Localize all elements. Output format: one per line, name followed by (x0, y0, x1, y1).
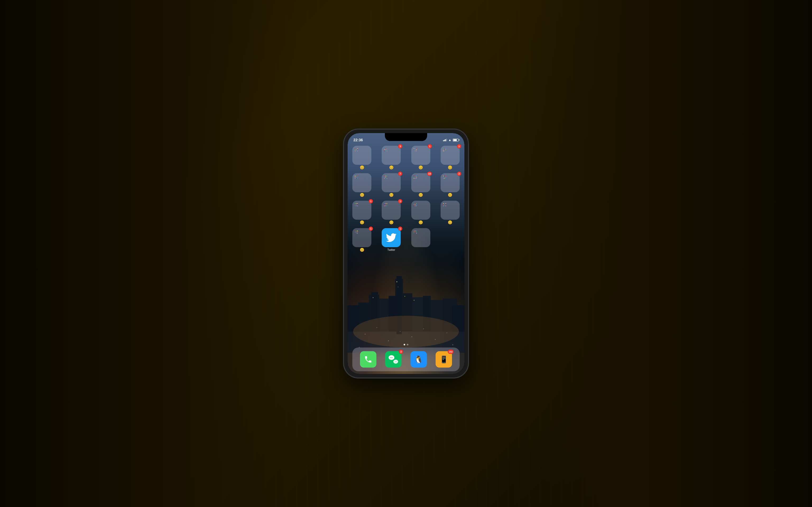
badge-2-4: 2 (457, 172, 461, 176)
folder-3-4[interactable]: 😊 (441, 201, 460, 220)
battery-icon (453, 138, 459, 142)
page-dot-2[interactable] (407, 344, 408, 345)
page-dots (348, 344, 464, 345)
status-time: 22:36 (353, 138, 363, 142)
screen: 22:36 ▲ (348, 133, 464, 374)
dock-phone-app[interactable] (360, 351, 376, 368)
badge-2-3: 19 (427, 172, 432, 176)
dock: 2 🐧 📱 252 (352, 347, 460, 371)
folder-3-2[interactable]: 1 😊 (382, 201, 401, 220)
notch (385, 133, 427, 141)
folder-1-1[interactable]: 😊 (352, 146, 371, 165)
badge-1-2: 3 (398, 144, 402, 149)
folder-1-2[interactable]: 3 😊 (382, 146, 401, 165)
folder-1-4[interactable]: 1 😊 (441, 146, 460, 165)
svg-rect-7 (403, 293, 412, 332)
svg-rect-18 (404, 296, 405, 297)
status-icons: ▲ (443, 138, 459, 142)
badge-1-3: 1 (428, 144, 432, 149)
svg-rect-9 (423, 296, 431, 332)
twitter-app[interactable]: 1 (382, 228, 401, 247)
svg-rect-6 (389, 296, 397, 332)
folder-1-2-emoji: 😊 (389, 165, 394, 170)
badge-3-2: 1 (398, 199, 402, 203)
wechat-badge: 2 (399, 350, 403, 354)
signal-icon (443, 138, 447, 141)
svg-rect-5 (379, 299, 389, 332)
app-grid: 😊 3 😊 (352, 146, 460, 256)
svg-rect-15 (397, 281, 397, 282)
folder-1-4-emoji: 😊 (448, 165, 452, 170)
dock-weibo-app[interactable]: 📱 252 (436, 351, 452, 368)
folder-2-1-emoji: 😊 (360, 193, 364, 197)
svg-rect-10 (431, 300, 444, 332)
scene: 22:36 ▲ (0, 0, 812, 507)
page-dot-1[interactable] (404, 344, 405, 345)
phone-inner: 22:36 ▲ (348, 133, 464, 374)
svg-point-20 (353, 316, 459, 347)
folder-3-3[interactable]: 😊 (411, 201, 430, 220)
badge-1-4: 1 (457, 144, 461, 149)
badge-4-1: 1 (369, 227, 373, 231)
folder-1-1-emoji: 😊 (360, 165, 364, 170)
svg-rect-11 (358, 302, 370, 332)
folder-4-1-emoji: 😊 (360, 248, 364, 252)
svg-rect-3 (369, 295, 379, 332)
app-row-3: 1 😊 1 (352, 201, 460, 220)
svg-rect-4 (371, 292, 378, 332)
folder-1-3[interactable]: 1 😊 (411, 146, 430, 165)
svg-rect-0 (348, 316, 464, 353)
folder-3-1[interactable]: 1 😊 (352, 201, 371, 220)
svg-rect-17 (373, 297, 373, 298)
badge-2-2: 7 (398, 172, 402, 176)
folder-3-2-emoji: 😊 (389, 220, 394, 224)
svg-rect-2 (397, 276, 402, 334)
twitter-icon-wrap[interactable]: 1 Twitter (382, 228, 401, 247)
phone-body: 22:36 ▲ (344, 129, 468, 378)
folder-1-3-emoji: 😊 (418, 165, 423, 170)
dock-qq-app[interactable]: 🐧 (410, 351, 427, 368)
svg-rect-12 (443, 299, 457, 332)
phone-icon (364, 355, 372, 363)
app-row-4: 1 😊 1 Twitter (352, 228, 460, 247)
folder-4-1[interactable]: 1 😊 (352, 228, 371, 247)
wechat-icon (389, 355, 398, 363)
signal-bar-4 (446, 138, 447, 141)
folder-2-1[interactable]: 😊 (352, 173, 371, 192)
svg-rect-1 (395, 279, 403, 332)
qq-icon: 🐧 (414, 355, 423, 364)
folder-2-4-emoji: 😊 (448, 193, 452, 197)
badge-3-1: 1 (369, 199, 373, 203)
folder-2-3[interactable]: 19 😊 (411, 173, 430, 192)
folder-2-4[interactable]: 2 😊 (441, 173, 460, 192)
svg-rect-16 (398, 287, 398, 287)
folder-3-1-emoji: 😊 (360, 220, 364, 224)
svg-rect-13 (348, 305, 359, 332)
signal-bar-2 (444, 140, 445, 141)
weibo-badge: 252 (448, 350, 454, 354)
signal-bar-3 (445, 139, 446, 141)
folder-3-3-emoji: 😊 (418, 220, 423, 224)
twitter-bird-icon (386, 232, 397, 243)
twitter-badge: 1 (398, 227, 402, 231)
empty-slot-4-4 (441, 228, 460, 247)
signal-bar-1 (443, 140, 444, 141)
svg-rect-14 (452, 305, 464, 332)
dock-wechat-app[interactable]: 2 (385, 351, 402, 368)
folder-2-2-emoji: 😊 (389, 193, 394, 197)
battery-fill (453, 139, 457, 141)
app-row-1: 😊 3 😊 (352, 146, 460, 165)
svg-rect-8 (412, 297, 423, 332)
weibo-icon: 📱 (440, 355, 448, 363)
folder-2-3-emoji: 😊 (418, 193, 423, 197)
folder-4-3[interactable] (411, 228, 430, 247)
svg-rect-19 (414, 300, 414, 301)
twitter-label: Twitter (388, 248, 395, 251)
wifi-icon: ▲ (448, 138, 451, 142)
folder-3-4-emoji: 😊 (448, 220, 452, 224)
folder-2-2[interactable]: 7 😊 (382, 173, 401, 192)
app-row-2: 😊 7 😊 (352, 173, 460, 192)
